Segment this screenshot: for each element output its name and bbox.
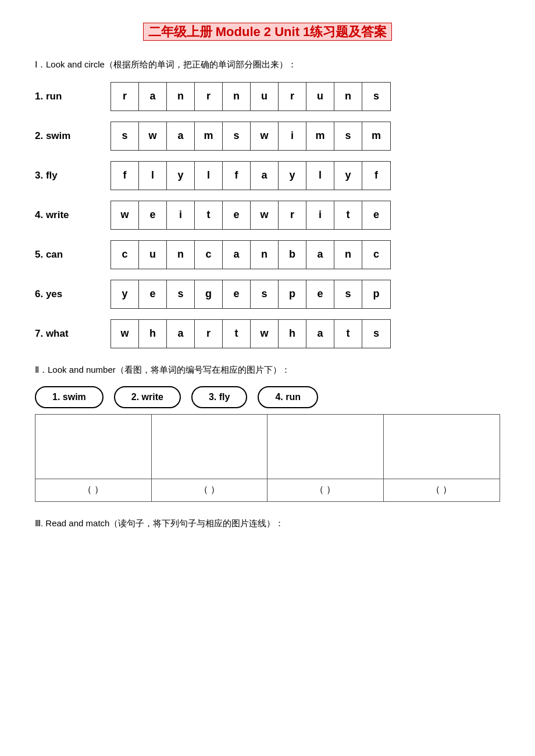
letter-cell: u — [306, 83, 334, 110]
letter-cell: e — [139, 201, 167, 229]
letter-cell: e — [223, 280, 251, 308]
letter-cell: l — [195, 162, 223, 190]
word-label: 2. swim — [35, 130, 110, 142]
letter-grid: yesgespesp — [110, 280, 391, 309]
letter-cell: p — [362, 280, 390, 308]
letter-cell: c — [111, 241, 139, 269]
exercise-row: 2. swimswamswimsm — [35, 122, 500, 151]
exercise-row: 6. yesyesgespesp — [35, 280, 500, 309]
letter-grid: cuncanbanc — [110, 240, 391, 269]
letter-cell: b — [279, 241, 306, 269]
image-cell-2 — [152, 415, 268, 479]
word-label: 6. yes — [35, 288, 110, 300]
oval-item: 3. fly — [191, 386, 247, 408]
oval-item: 1. swim — [35, 386, 104, 408]
letter-cell: p — [279, 280, 306, 308]
letter-cell: n — [223, 83, 251, 110]
letter-cell: y — [279, 162, 306, 190]
letter-cell: s — [334, 122, 362, 150]
letter-cell: a — [251, 162, 279, 190]
letter-cell: f — [111, 162, 139, 190]
letter-cell: l — [306, 162, 334, 190]
letter-cell: c — [362, 241, 390, 269]
letter-cell: w — [251, 201, 279, 229]
answer-cell: （ ） — [268, 479, 384, 501]
letter-cell: w — [111, 320, 139, 348]
letter-cell: a — [139, 83, 167, 110]
exercises-container: 1. runranrnuruns2. swimswamswimsm3. flyf… — [35, 82, 500, 348]
letter-cell: r — [195, 83, 223, 110]
letter-cell: h — [139, 320, 167, 348]
letter-cell: f — [362, 162, 390, 190]
letter-cell: m — [306, 122, 334, 150]
exercise-row: 7. whatwhartwhats — [35, 319, 500, 348]
letter-grid: weitewrite — [110, 201, 391, 230]
letter-grid: flylfaylyf — [110, 161, 391, 190]
answer-cell: （ ） — [35, 479, 152, 501]
letter-cell: n — [334, 241, 362, 269]
section2-label: Ⅱ．Look and number（看图，将单词的编号写在相应的图片下）： — [35, 365, 500, 376]
letter-cell: l — [139, 162, 167, 190]
word-label: 5. can — [35, 249, 110, 261]
letter-cell: m — [362, 122, 390, 150]
letter-cell: i — [306, 201, 334, 229]
letter-cell: g — [195, 280, 223, 308]
word-label: 7. what — [35, 328, 110, 340]
letter-cell: s — [167, 280, 195, 308]
image-cell-4 — [384, 415, 500, 479]
letter-cell: w — [251, 122, 279, 150]
letter-cell: a — [306, 241, 334, 269]
letter-cell: r — [111, 83, 139, 110]
letter-cell: s — [251, 280, 279, 308]
title-text: 二年级上册 Module 2 Unit 1练习题及答案 — [143, 23, 393, 41]
letter-cell: t — [334, 201, 362, 229]
letter-cell: e — [362, 201, 390, 229]
exercise-row: 5. cancuncanbanc — [35, 240, 500, 269]
letter-cell: y — [167, 162, 195, 190]
letter-cell: y — [111, 280, 139, 308]
letter-cell: u — [251, 83, 279, 110]
word-label: 1. run — [35, 91, 110, 102]
image-cell-1 — [35, 415, 152, 479]
letter-cell: y — [334, 162, 362, 190]
letter-cell: t — [195, 201, 223, 229]
ovals-row: 1. swim2. write3. fly4. run — [35, 386, 500, 408]
letter-cell: i — [279, 122, 306, 150]
answer-row: （ ）（ ）（ ）（ ） — [35, 479, 500, 502]
letter-cell: m — [195, 122, 223, 150]
letter-cell: t — [223, 320, 251, 348]
letter-cell: s — [223, 122, 251, 150]
answer-cell: （ ） — [384, 479, 500, 501]
word-label: 4. write — [35, 209, 110, 221]
letter-grid: whartwhats — [110, 319, 391, 348]
letter-cell: h — [279, 320, 306, 348]
letter-cell: f — [223, 162, 251, 190]
letter-cell: w — [251, 320, 279, 348]
letter-cell: n — [251, 241, 279, 269]
page-title: 二年级上册 Module 2 Unit 1练习题及答案 — [35, 23, 500, 41]
image-cell-3 — [268, 415, 384, 479]
letter-cell: r — [195, 320, 223, 348]
letter-cell: n — [167, 241, 195, 269]
oval-item: 4. run — [258, 386, 318, 408]
letter-cell: s — [111, 122, 139, 150]
letter-cell: e — [139, 280, 167, 308]
answer-cell: （ ） — [152, 479, 268, 501]
section3-label: Ⅲ. Read and match（读句子，将下列句子与相应的图片连线）： — [35, 518, 500, 529]
letter-cell: e — [306, 280, 334, 308]
exercise-row: 1. runranrnuruns — [35, 82, 500, 111]
oval-item: 2. write — [114, 386, 181, 408]
letter-cell: s — [362, 83, 390, 110]
letter-cell: s — [362, 320, 390, 348]
image-grid — [35, 414, 500, 479]
letter-cell: e — [223, 201, 251, 229]
letter-cell: u — [139, 241, 167, 269]
letter-cell: i — [167, 201, 195, 229]
letter-cell: c — [195, 241, 223, 269]
letter-cell: t — [334, 320, 362, 348]
word-label: 3. fly — [35, 170, 110, 181]
section1-label: Ⅰ．Look and circle（根据所给的单词，把正确的单词部分圈出来）： — [35, 58, 500, 72]
letter-cell: a — [167, 320, 195, 348]
letter-cell: a — [306, 320, 334, 348]
letter-cell: n — [167, 83, 195, 110]
